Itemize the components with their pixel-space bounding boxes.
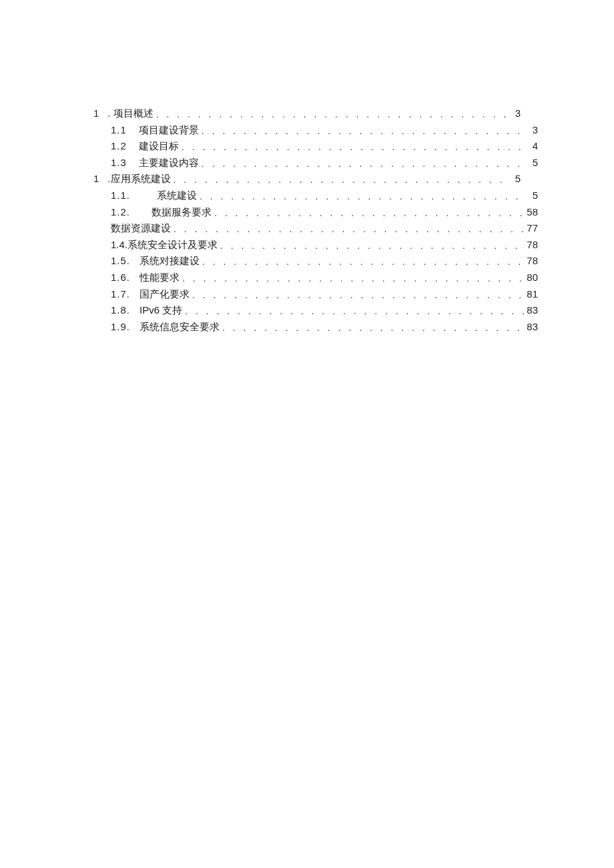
- toc-leader-dots: [220, 323, 525, 332]
- toc-leader-dots: [200, 257, 525, 266]
- toc-number: 1: [93, 108, 99, 118]
- toc-number: 1.1.: [111, 190, 130, 200]
- toc-leader-dots: [154, 109, 507, 119]
- toc-label: 系统对接建设: [139, 256, 200, 266]
- toc-leader-dots: [171, 224, 525, 234]
- toc-label: .应用系统建设: [107, 173, 170, 183]
- table-of-contents: 1 . 项目概述 3 1.1 项目建设背景 3 1.2 建设目标 4 1.3 主…: [93, 108, 521, 338]
- toc-entry: 1.1. 系统建设 5: [93, 190, 538, 207]
- toc-number: 1.3: [111, 157, 127, 167]
- toc-leader-dots: [212, 208, 525, 218]
- toc-entry: 1.2 建设目标 4: [93, 141, 538, 157]
- toc-leader-dots: [199, 126, 525, 135]
- toc-leader-dots: [171, 175, 507, 184]
- toc-leader-dots: [182, 306, 525, 316]
- toc-leader-dots: [179, 142, 525, 151]
- toc-label: 系统信息安全要求: [139, 322, 220, 332]
- toc-number: 1: [93, 173, 99, 183]
- toc-entry: 1.2. 数据服务要求 58: [93, 207, 538, 224]
- toc-entry: 1 .应用系统建设 5: [93, 173, 521, 190]
- toc-entry: 1.7. 国产化要求 81: [93, 289, 538, 306]
- toc-number: 1.1: [111, 125, 127, 135]
- toc-leader-dots: [190, 290, 525, 300]
- toc-label: 主要建设内容: [139, 157, 199, 167]
- toc-page: 83: [525, 305, 538, 315]
- toc-page: 5: [525, 157, 538, 167]
- toc-label: 建设目标: [139, 141, 179, 151]
- toc-page: 83: [525, 322, 538, 332]
- toc-entry: 1.9. 系统信息安全要求 83: [93, 322, 538, 338]
- toc-number: 1.8.: [111, 305, 130, 315]
- toc-page: 4: [525, 141, 538, 151]
- toc-page: 78: [525, 240, 538, 250]
- document-page: 1 . 项目概述 3 1.1 项目建设背景 3 1.2 建设目标 4 1.3 主…: [0, 0, 614, 868]
- toc-number: 1.6.: [111, 272, 130, 282]
- toc-page: 5: [507, 173, 521, 183]
- toc-page: 3: [507, 108, 521, 118]
- toc-entry: 1.4.系统安全设计及要求 78: [93, 240, 538, 256]
- toc-page: 80: [525, 272, 538, 282]
- toc-entry: 1 . 项目概述 3: [93, 108, 521, 125]
- toc-entry: 数据资源建设 77: [93, 223, 538, 240]
- toc-page: 5: [525, 190, 538, 200]
- toc-page: 3: [525, 125, 538, 135]
- toc-label: . 项目概述: [107, 108, 153, 118]
- toc-leader-dots: [199, 159, 525, 168]
- toc-entry: 1.5. 系统对接建设 78: [93, 256, 538, 272]
- toc-entry: 1.3 主要建设内容 5: [93, 157, 538, 174]
- toc-number: 1.5.: [111, 256, 130, 266]
- toc-page: 77: [525, 223, 538, 233]
- toc-label: 1.4.系统安全设计及要求: [111, 240, 218, 250]
- toc-page: 78: [525, 256, 538, 266]
- toc-leader-dots: [197, 191, 525, 201]
- toc-label: 数据服务要求: [151, 207, 212, 217]
- toc-entry: 1.8. IPv6 支持 83: [93, 305, 538, 322]
- toc-label: 系统建设: [157, 190, 197, 200]
- toc-label: 项目建设背景: [139, 125, 199, 135]
- toc-entry: 1.1 项目建设背景 3: [93, 125, 538, 141]
- toc-page: 58: [525, 207, 538, 217]
- toc-number: 1.7.: [111, 289, 130, 299]
- toc-number: 1.2: [111, 141, 127, 151]
- toc-leader-dots: [180, 274, 525, 283]
- toc-label: IPv6 支持: [139, 305, 182, 315]
- toc-label: 国产化要求: [139, 289, 190, 299]
- toc-page: 81: [525, 289, 538, 299]
- toc-label: 性能要求: [139, 272, 180, 282]
- toc-leader-dots: [218, 241, 525, 250]
- toc-entry: 1.6. 性能要求 80: [93, 272, 538, 289]
- toc-label: 数据资源建设: [111, 223, 171, 233]
- toc-number: 1.2.: [111, 207, 130, 217]
- toc-number: 1.9.: [111, 322, 130, 332]
